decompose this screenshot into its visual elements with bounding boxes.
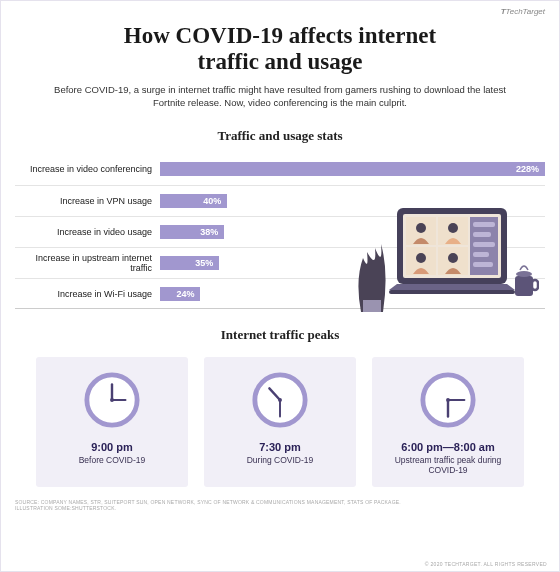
section-title-peaks: Internet traffic peaks (15, 327, 545, 343)
bar: 38% (160, 225, 224, 239)
bar: 40% (160, 194, 227, 208)
sources-text: SOURCE: COMPANY NAMES, STR, SUITEPORT SU… (15, 499, 545, 512)
svg-point-24 (110, 398, 114, 402)
bar: 35% (160, 256, 219, 270)
peak-label: Before COVID-19 (44, 455, 180, 465)
clock-icon (83, 371, 141, 429)
peak-card: 9:00 pm Before COVID-19 (36, 357, 188, 487)
bar-row: Increase in VPN usage 40% (15, 185, 545, 216)
svg-point-28 (278, 398, 282, 402)
footer-copyright: © 2020 TECHTARGET. ALL RIGHTS RESERVED (425, 561, 547, 567)
peak-label: During COVID-19 (212, 455, 348, 465)
infographic-frame: TTechTarget How COVID-19 affects interne… (0, 0, 560, 572)
bar: 24% (160, 287, 200, 301)
peak-card: 6:00 pm—8:00 am Upstream traffic peak du… (372, 357, 524, 487)
peak-time: 9:00 pm (44, 441, 180, 453)
peak-card: 7:30 pm During COVID-19 (204, 357, 356, 487)
bar-label: Increase in Wi-Fi usage (15, 289, 160, 299)
bar: 228% (160, 162, 545, 176)
bar-chart: Increase in video conferencing 228% Incr… (15, 154, 545, 309)
peak-time: 6:00 pm—8:00 am (380, 441, 516, 453)
page-title: How COVID-19 affects internet traffic an… (15, 23, 545, 76)
peak-label: Upstream traffic peak during COVID-19 (380, 455, 516, 475)
section-title-traffic: Traffic and usage stats (15, 128, 545, 144)
bar-label: Increase in VPN usage (15, 196, 160, 206)
peaks-row: 9:00 pm Before COVID-19 7:30 pm During C… (15, 357, 545, 487)
clock-icon (251, 371, 309, 429)
bar-row: Increase in upstream internet traffic 35… (15, 247, 545, 278)
brand-logo: TTechTarget (501, 7, 545, 16)
svg-point-32 (446, 398, 450, 402)
bar-row: Increase in video usage 38% (15, 216, 545, 247)
bar-row: Increase in video conferencing 228% (15, 154, 545, 185)
clock-icon (419, 371, 477, 429)
bar-row: Increase in Wi-Fi usage 24% (15, 278, 545, 309)
peak-time: 7:30 pm (212, 441, 348, 453)
bar-label: Increase in upstream internet traffic (15, 253, 160, 273)
page-subtitle: Before COVID-19, a surge in internet tra… (45, 84, 515, 110)
bar-label: Increase in video conferencing (15, 164, 160, 174)
bar-label: Increase in video usage (15, 227, 160, 237)
